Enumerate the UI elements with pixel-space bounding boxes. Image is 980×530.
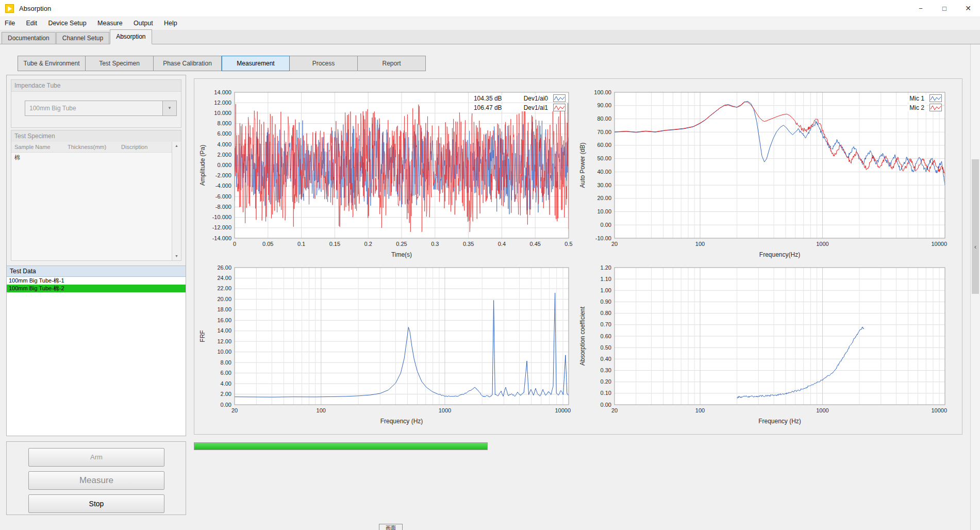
charts-panel: -14.000-12.000-10.000-8.000-6.000-4.000-… — [194, 78, 962, 435]
svg-text:0.60: 0.60 — [601, 333, 611, 339]
impedance-tube-dropdown[interactable]: 100mm Big Tube ▼ — [25, 101, 177, 116]
auto-power-chart: -10.000.0010.0020.0030.0040.0050.0060.00… — [574, 85, 952, 262]
legend-label: Dev1/ai0 — [522, 95, 550, 102]
minimize-button[interactable]: − — [909, 0, 933, 17]
svg-text:20: 20 — [611, 241, 618, 247]
svg-text:-6.000: -6.000 — [215, 193, 231, 200]
test-specimen-group: Test Specimen Sample Name Thickness(mm) … — [11, 130, 181, 261]
level-readout: 106.47 dB — [472, 104, 504, 111]
svg-text:Frequency (Hz): Frequency (Hz) — [758, 418, 801, 425]
subtab-report[interactable]: Report — [358, 56, 426, 71]
subtab-phase-calibration[interactable]: Phase Calibration — [154, 56, 222, 71]
test-data-list: 100mm Big Tube-棉-1 100mm Big Tube-棉-2 — [7, 277, 186, 436]
svg-text:50.00: 50.00 — [597, 155, 611, 161]
svg-text:20: 20 — [611, 407, 618, 413]
svg-text:0.000: 0.000 — [217, 162, 231, 168]
svg-text:12.000: 12.000 — [214, 100, 231, 106]
svg-text:40.00: 40.00 — [597, 169, 611, 175]
chart-legend: 104.35 dBDev1/ai0106.47 dBDev1/ai1 — [472, 94, 566, 111]
svg-text:100: 100 — [695, 241, 705, 247]
scrollbar-thumb[interactable] — [972, 159, 979, 294]
svg-text:0.3: 0.3 — [431, 241, 439, 247]
column-thickness: Thickness(mm) — [64, 142, 118, 152]
measure-button[interactable]: Measure — [28, 471, 164, 490]
svg-text:70.00: 70.00 — [597, 129, 611, 135]
svg-text:-12.000: -12.000 — [212, 224, 231, 230]
menu-bar: File Edit Device Setup Measure Output He… — [0, 17, 980, 30]
svg-text:Absorption coefficient: Absorption coefficient — [579, 306, 586, 366]
legend-label: Mic 1 — [907, 95, 926, 102]
svg-text:-10.000: -10.000 — [212, 214, 231, 220]
maximize-button[interactable]: □ — [933, 0, 956, 17]
waveform-swatch-icon — [553, 104, 566, 111]
svg-text:1.20: 1.20 — [601, 264, 611, 271]
svg-text:0.1: 0.1 — [297, 241, 305, 247]
subtab-measurement[interactable]: Measurement — [222, 56, 290, 71]
menu-item-measure[interactable]: Measure — [93, 17, 127, 30]
svg-text:-2.000: -2.000 — [215, 172, 231, 178]
waveform-swatch-icon — [929, 94, 942, 102]
table-row[interactable]: 棉 — [11, 153, 172, 162]
menu-item-file[interactable]: File — [0, 17, 20, 30]
svg-text:0.10: 0.10 — [601, 390, 611, 396]
measurement-controls-panel: Arm Measure Stop — [6, 441, 186, 515]
bottom-window-tab[interactable]: 画面 — [379, 524, 403, 530]
svg-text:100.00: 100.00 — [594, 89, 611, 95]
impedance-tube-value: 100mm Big Tube — [25, 101, 176, 115]
chevron-down-icon[interactable]: ▼ — [162, 101, 176, 115]
svg-text:0.00: 0.00 — [601, 222, 611, 228]
svg-text:1000: 1000 — [816, 241, 828, 247]
svg-text:80.00: 80.00 — [597, 115, 611, 122]
svg-text:2.000: 2.000 — [217, 152, 231, 158]
scroll-up-icon[interactable]: ▲ — [172, 142, 181, 150]
collapse-left-icon[interactable]: ‹ — [971, 242, 980, 252]
svg-text:0.80: 0.80 — [601, 310, 611, 316]
svg-text:30.00: 30.00 — [597, 182, 611, 188]
legend-item: Mic 1 — [907, 94, 942, 102]
list-item[interactable]: 100mm Big Tube-棉-1 — [7, 277, 186, 285]
absorption-coefficient-chart: 0.000.100.200.300.400.500.600.700.800.90… — [574, 260, 952, 428]
svg-text:100: 100 — [695, 407, 705, 413]
menu-item-help[interactable]: Help — [159, 17, 182, 30]
svg-text:0.00: 0.00 — [221, 402, 231, 408]
tab-absorption[interactable]: Absorption — [110, 29, 152, 44]
subtab-tube-environment[interactable]: Tube & Environment — [18, 56, 86, 71]
svg-text:1000: 1000 — [816, 407, 828, 413]
svg-text:1.10: 1.10 — [601, 276, 611, 282]
svg-text:-14.000: -14.000 — [212, 235, 231, 241]
menu-item-output[interactable]: Output — [129, 17, 158, 30]
svg-text:1.00: 1.00 — [601, 287, 611, 293]
svg-text:14.00: 14.00 — [217, 327, 231, 334]
tab-channel-setup[interactable]: Channel Setup — [56, 32, 109, 44]
svg-text:10.00: 10.00 — [217, 349, 231, 355]
svg-text:0.15: 0.15 — [329, 241, 340, 247]
svg-text:0.70: 0.70 — [601, 321, 611, 327]
svg-text:0.45: 0.45 — [529, 241, 540, 247]
legend-label: Mic 2 — [907, 104, 926, 111]
scroll-down-icon[interactable]: ▼ — [172, 252, 181, 260]
svg-text:10000: 10000 — [931, 241, 947, 247]
svg-text:4.000: 4.000 — [217, 141, 231, 147]
specimen-table-scrollbar[interactable]: ▲ ▼ — [172, 142, 181, 260]
svg-text:10.000: 10.000 — [214, 110, 231, 116]
svg-text:0: 0 — [233, 241, 236, 247]
left-panel: Impendace Tube 100mm Big Tube ▼ Test Spe… — [6, 75, 186, 436]
stop-button[interactable]: Stop — [28, 494, 164, 513]
subtab-process[interactable]: Process — [290, 56, 358, 71]
measurement-progress-bar — [194, 442, 488, 450]
menu-item-device-setup[interactable]: Device Setup — [43, 17, 91, 30]
close-button[interactable]: ✕ — [956, 0, 980, 17]
specimen-table-header: Sample Name Thickness(mm) Discription — [11, 142, 172, 153]
arm-button[interactable]: Arm — [28, 448, 164, 467]
subtab-test-specimen[interactable]: Test Specimen — [86, 56, 154, 71]
svg-text:6.00: 6.00 — [221, 370, 231, 376]
svg-text:60.00: 60.00 — [597, 142, 611, 148]
legend-item: Mic 2 — [907, 104, 942, 111]
frf-chart: 0.002.004.006.008.0010.0012.0014.0016.00… — [194, 260, 576, 428]
svg-text:0.5: 0.5 — [564, 241, 572, 247]
svg-text:20.00: 20.00 — [217, 296, 231, 302]
tab-documentation[interactable]: Documentation — [2, 32, 56, 44]
menu-item-edit[interactable]: Edit — [22, 17, 42, 30]
window-vertical-scrollbar[interactable]: ‹ — [970, 44, 980, 530]
list-item-selected[interactable]: 100mm Big Tube-棉-2 — [7, 285, 186, 292]
